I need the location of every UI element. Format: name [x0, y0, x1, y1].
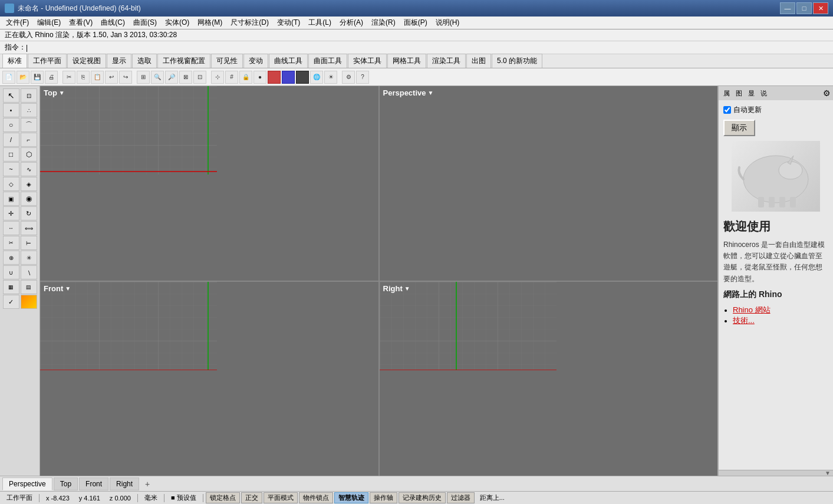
tab-viewport-config[interactable]: 工作视窗配置 — [157, 54, 210, 68]
polygon-tool[interactable]: ⬡ — [21, 147, 37, 162]
rp-settings-icon[interactable]: ⚙ — [823, 88, 831, 98]
scale-tool[interactable]: ↔ — [3, 221, 19, 235]
viewport-perspective[interactable]: z y x Rhinoceros Perspective ▼ — [380, 86, 718, 281]
arc-tool[interactable]: ⌒ — [21, 118, 37, 132]
split-tool[interactable]: ⊢ — [21, 236, 37, 250]
rp-tab-display[interactable]: 显 — [746, 88, 757, 99]
plane-mode-btn[interactable]: 平面模式 — [264, 492, 298, 503]
maximize-button[interactable]: □ — [796, 2, 812, 14]
color1-icon[interactable] — [268, 71, 281, 84]
vp-tab-top[interactable]: Top — [54, 477, 78, 490]
color3-icon[interactable] — [296, 71, 309, 84]
zoom-in-icon[interactable]: 🔍 — [151, 71, 164, 84]
new-icon[interactable]: 📄 — [2, 71, 15, 84]
menu-dimension[interactable]: 尺寸标注(D) — [227, 17, 272, 29]
tab-select[interactable]: 选取 — [132, 54, 157, 68]
rp-tab-help[interactable]: 说 — [758, 88, 769, 99]
explode-tool[interactable]: ✳ — [21, 251, 37, 265]
trim-tool[interactable]: ✂ — [3, 236, 19, 250]
show-button[interactable]: 顯示 — [723, 120, 755, 136]
viewport-top-dropdown[interactable]: ▼ — [59, 90, 65, 96]
sun-icon[interactable]: ☀ — [324, 71, 337, 84]
zoom-out-icon[interactable]: 🔎 — [165, 71, 178, 84]
zoom-extend-icon[interactable]: ⊞ — [137, 71, 150, 84]
color-swatch[interactable] — [21, 295, 37, 309]
move-tool[interactable]: ✛ — [3, 206, 19, 220]
tab-setview[interactable]: 设定视图 — [67, 54, 106, 68]
grid-icon[interactable]: # — [225, 71, 238, 84]
tab-solid-tools[interactable]: 实体工具 — [348, 54, 387, 68]
vp-tab-perspective[interactable]: Perspective — [2, 477, 52, 490]
vp-tab-front[interactable]: Front — [79, 477, 108, 490]
open-icon[interactable]: 📂 — [17, 71, 29, 84]
auto-update-checkbox[interactable] — [723, 106, 731, 114]
smart-track-btn[interactable]: 智慧轨迹 — [334, 492, 368, 503]
add-viewport-button[interactable]: + — [140, 477, 154, 490]
viewport-right[interactable]: z y Rhinoceros Right ▼ — [380, 282, 718, 476]
viewport-top[interactable]: y x Rhinoceros Top ▼ — [40, 86, 378, 281]
minimize-button[interactable]: — — [780, 2, 795, 14]
tab-print[interactable]: 出图 — [466, 54, 491, 68]
check-tool[interactable]: ✓ — [3, 295, 19, 309]
help-icon[interactable]: ? — [356, 71, 369, 84]
viewport-perspective-label[interactable]: Perspective ▼ — [383, 88, 434, 97]
tab-standard[interactable]: 标准 — [2, 54, 27, 68]
render-preview-icon[interactable]: 🌐 — [310, 71, 323, 84]
ortho-btn[interactable]: 正交 — [241, 492, 262, 503]
viewport-front[interactable]: z x Rhinoceros Front ▼ — [40, 282, 378, 476]
sphere-tool[interactable]: ◉ — [21, 192, 37, 206]
hatch-tool[interactable]: ▤ — [21, 280, 37, 294]
join-tool[interactable]: ⊕ — [3, 251, 19, 265]
filter-btn[interactable]: 过滤器 — [447, 492, 475, 503]
freeform-tool[interactable]: ∿ — [21, 162, 37, 176]
rp-tab-props[interactable]: 属 — [721, 88, 732, 99]
menu-view[interactable]: 查看(V) — [65, 17, 96, 29]
right-panel-scrollbar[interactable]: ▼ — [719, 470, 833, 476]
boolean-union[interactable]: ∪ — [3, 265, 19, 279]
viewport-perspective-dropdown[interactable]: ▼ — [428, 90, 434, 96]
sweep-tool[interactable]: ◈ — [21, 177, 37, 191]
tab-render-tools[interactable]: 渲染工具 — [427, 54, 466, 68]
menu-tools[interactable]: 工具(L) — [305, 17, 335, 29]
viewport-front-label[interactable]: Front ▼ — [44, 284, 71, 293]
material-icon[interactable]: ● — [253, 71, 266, 84]
toolbar-settings-icon[interactable]: ⚙ — [342, 71, 355, 84]
tab-workplane[interactable]: 工作平面 — [28, 54, 67, 68]
select-chain[interactable]: ⊡ — [21, 88, 37, 103]
multipoint-tool[interactable]: ∴ — [21, 103, 37, 117]
undo-icon[interactable]: ↩ — [105, 71, 118, 84]
tab-visibility[interactable]: 可见性 — [211, 54, 243, 68]
point-tool[interactable]: • — [3, 103, 19, 117]
group-tool[interactable]: ▦ — [3, 280, 19, 294]
copy-icon[interactable]: ⎘ — [77, 71, 90, 84]
menu-transform[interactable]: 变动(T) — [274, 17, 304, 29]
tab-new-features[interactable]: 5.0 的新功能 — [492, 54, 542, 68]
lock-grid-btn[interactable]: 锁定格点 — [206, 492, 240, 503]
box-tool[interactable]: ▣ — [3, 192, 19, 206]
menu-help[interactable]: 说明(H) — [432, 17, 463, 29]
tab-transform[interactable]: 变动 — [243, 54, 268, 68]
menu-panel[interactable]: 面板(P) — [400, 17, 431, 29]
rectangle-tool[interactable]: □ — [3, 147, 19, 162]
viewport-top-label[interactable]: Top ▼ — [44, 88, 65, 97]
menu-surface[interactable]: 曲面(S) — [130, 17, 160, 29]
cut-icon[interactable]: ✂ — [62, 71, 75, 84]
lock-icon[interactable]: 🔒 — [239, 71, 252, 84]
line-tool[interactable]: / — [3, 133, 19, 147]
rhino-website-link[interactable]: Rhino 網站 — [733, 305, 771, 314]
menu-curve[interactable]: 曲线(C) — [97, 17, 129, 29]
menu-analyze[interactable]: 分析(A) — [336, 17, 367, 29]
command-line[interactable]: 指令： | — [0, 41, 833, 54]
vp-tab-right[interactable]: Right — [110, 477, 139, 490]
circle-tool[interactable]: ○ — [3, 118, 19, 132]
viewport-right-dropdown[interactable]: ▼ — [404, 285, 410, 292]
curve-tool[interactable]: ~ — [3, 162, 19, 176]
select-tool[interactable]: ↖ — [3, 88, 19, 103]
close-button[interactable]: ✕ — [813, 2, 828, 14]
zoom-selected-icon[interactable]: ⊠ — [179, 71, 192, 84]
zoom-window-icon[interactable]: ⊡ — [193, 71, 206, 84]
rotate-tool[interactable]: ↻ — [21, 206, 37, 220]
menu-edit[interactable]: 编辑(E) — [34, 17, 64, 29]
viewport-right-label[interactable]: Right ▼ — [383, 284, 410, 293]
rp-tab-layers[interactable]: 图 — [733, 88, 745, 99]
